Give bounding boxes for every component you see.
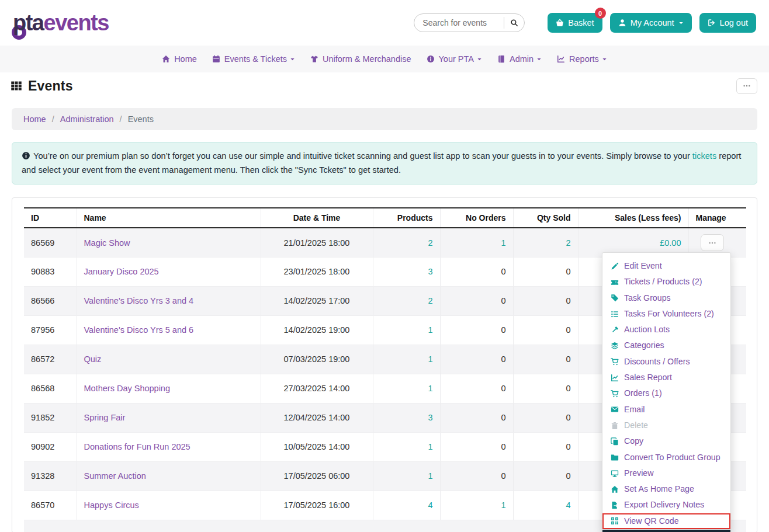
event-name-link[interactable]: Quiz xyxy=(84,354,102,364)
desktop-icon xyxy=(611,470,619,478)
folder-icon xyxy=(611,453,619,461)
event-name-link[interactable]: Spring Fair xyxy=(84,413,126,422)
nav-item-admin[interactable]: Admin xyxy=(497,54,542,64)
no-orders-count: 0 xyxy=(501,267,505,276)
menu-item-task-groups[interactable]: Task Groups xyxy=(602,290,730,306)
qty-sold-count: 0 xyxy=(566,442,570,451)
row-manage-button[interactable] xyxy=(701,234,724,251)
menu-item-tasks-for-volunteers-2[interactable]: Tasks For Volunteers (2) xyxy=(602,306,730,322)
col-header-name: Name xyxy=(77,208,261,228)
nav-item-home[interactable]: Home xyxy=(162,54,197,64)
no-orders-count: 0 xyxy=(501,354,505,364)
menu-item-discounts-offers[interactable]: Discounts / Offers xyxy=(602,354,730,370)
products-count[interactable]: 3 xyxy=(428,267,432,276)
event-name-link[interactable]: Summer Auction xyxy=(84,471,146,481)
event-id-cell: 91852 xyxy=(24,403,77,432)
page-title: Events xyxy=(28,78,73,94)
ticket-icon xyxy=(611,278,619,286)
event-name-link[interactable]: Mothers Day Shopping xyxy=(84,384,171,393)
home-icon xyxy=(611,485,619,493)
menu-item-categories[interactable]: Categories xyxy=(602,338,730,353)
nav-item-events-tickets[interactable]: Events & Tickets xyxy=(212,54,295,64)
event-id-cell: 91328 xyxy=(24,461,77,491)
products-count[interactable]: 2 xyxy=(428,238,432,248)
logout-label: Log out xyxy=(720,18,748,27)
menu-item-export-delivery-notes[interactable]: Export Delivery Notes xyxy=(602,497,730,513)
brand-logo[interactable]: ptaevents xyxy=(13,12,109,34)
no-orders-count[interactable]: 1 xyxy=(501,500,505,510)
event-name-link[interactable]: Donations for Fun Run 2025 xyxy=(84,442,190,451)
menu-item-edit-event[interactable]: Edit Event xyxy=(602,258,730,274)
table-header-row: ID Name Date & Time Products No Orders Q… xyxy=(24,208,746,228)
menu-item-delete: Delete xyxy=(602,418,730,433)
menu-item-email[interactable]: Email xyxy=(602,402,730,418)
menu-item-orders-1[interactable]: Orders (1) xyxy=(602,385,730,401)
logout-button[interactable]: Log out xyxy=(699,13,756,33)
event-id-cell: 86572 xyxy=(24,345,77,374)
search-button[interactable] xyxy=(504,14,524,32)
products-count[interactable]: 1 xyxy=(428,325,432,335)
nav-item-reports[interactable]: Reports xyxy=(557,54,607,64)
menu-item-convert-to-product-group[interactable]: Convert To Product Group xyxy=(602,450,730,465)
caret-down-icon xyxy=(678,20,684,26)
basket-button[interactable]: Basket 0 xyxy=(548,13,602,33)
page-more-button[interactable] xyxy=(736,78,757,94)
sales-amount[interactable]: £0.00 xyxy=(660,238,681,248)
event-name-link[interactable]: Magic Show xyxy=(84,238,130,248)
book-icon xyxy=(497,55,505,63)
products-count[interactable]: 1 xyxy=(428,471,432,481)
products-count[interactable]: 3 xyxy=(428,413,432,422)
menu-item-auction-lots[interactable]: Auction Lots xyxy=(602,322,730,338)
caret-down-icon xyxy=(477,57,482,62)
breadcrumb-separator: / xyxy=(52,114,54,124)
menu-partial-item[interactable] xyxy=(602,530,730,532)
event-id-cell: 90902 xyxy=(24,432,77,461)
col-header-qty-sold: Qty Sold xyxy=(513,208,578,228)
qty-sold-count: 0 xyxy=(566,267,570,276)
breadcrumb: Home / Administration / Events xyxy=(12,108,757,130)
menu-item-sales-report[interactable]: Sales Report xyxy=(602,370,730,385)
top-header: ptaevents Basket 0 My Account Log out xyxy=(0,0,769,46)
nav-item-uniform-merchandise[interactable]: Uniform & Merchandise xyxy=(310,54,411,64)
event-name-link[interactable]: Valentine's Disco Yrs 3 and 4 xyxy=(84,296,194,305)
products-count[interactable]: 1 xyxy=(428,384,432,393)
menu-item-tickets-products-2[interactable]: Tickets / Products (2) xyxy=(602,274,730,290)
products-count[interactable]: 1 xyxy=(428,442,432,451)
event-datetime-cell: 21/01/2025 18:00 xyxy=(261,228,373,257)
basket-label: Basket xyxy=(568,18,594,27)
qty-sold-count[interactable]: 2 xyxy=(566,238,570,248)
event-datetime-cell: 27/03/2025 14:00 xyxy=(261,374,373,403)
my-account-button[interactable]: My Account xyxy=(610,13,692,33)
col-header-products: Products xyxy=(373,208,440,228)
envelope-icon xyxy=(611,405,619,413)
products-count[interactable]: 1 xyxy=(428,354,432,364)
col-header-id: ID xyxy=(24,208,77,228)
menu-item-set-as-home-page[interactable]: Set As Home Page xyxy=(602,481,730,497)
search-input[interactable] xyxy=(414,18,504,27)
event-id-cell: 86570 xyxy=(24,491,77,520)
home-icon xyxy=(162,55,170,63)
qty-sold-count[interactable]: 4 xyxy=(566,500,570,510)
no-orders-count[interactable]: 1 xyxy=(501,238,505,248)
products-count[interactable]: 2 xyxy=(428,296,432,305)
event-datetime-cell: 14/02/2025 17:00 xyxy=(261,286,373,315)
event-name-link[interactable]: Happys Circus xyxy=(84,500,139,510)
breadcrumb-administration-link[interactable]: Administration xyxy=(60,114,114,124)
menu-item-preview[interactable]: Preview xyxy=(602,465,730,481)
event-datetime-cell: 14/02/2025 19:00 xyxy=(261,315,373,345)
breadcrumb-current: Events xyxy=(128,114,154,124)
event-name-link[interactable]: January Disco 2025 xyxy=(84,267,159,276)
menu-item-copy[interactable]: Copy xyxy=(602,433,730,449)
fileexport-icon xyxy=(611,501,619,509)
event-name-link[interactable]: Valentine's Disco Yrs 5 and 6 xyxy=(84,325,194,335)
qrcode-icon xyxy=(611,517,619,525)
products-count[interactable]: 4 xyxy=(428,500,432,510)
tickets-report-link[interactable]: tickets xyxy=(692,151,716,161)
breadcrumb-home-link[interactable]: Home xyxy=(23,114,46,124)
nav-item-your-pta[interactable]: Your PTA xyxy=(427,54,482,64)
menu-item-view-qr-code[interactable]: View QR Code xyxy=(602,513,730,529)
chartline-icon xyxy=(611,374,619,382)
event-id-cell: 86569 xyxy=(24,228,77,257)
no-orders-count: 0 xyxy=(501,442,505,451)
event-datetime-cell: 07/03/2025 19:00 xyxy=(261,345,373,374)
